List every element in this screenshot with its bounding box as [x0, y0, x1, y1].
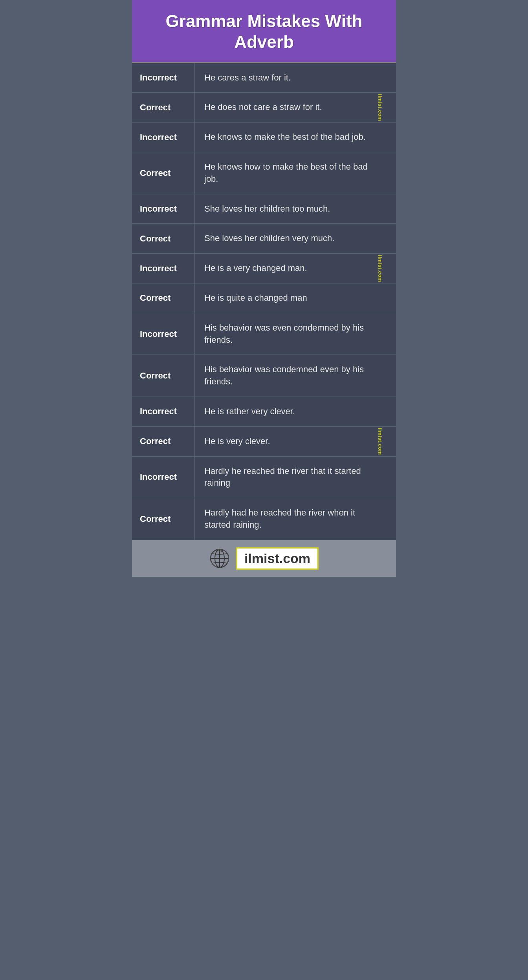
row-text: He is quite a changed man [204, 292, 307, 304]
row-text: She loves her children too much. [204, 203, 330, 215]
row-label: Incorrect [140, 132, 177, 143]
page-title: Grammar Mistakes With Adverb [140, 11, 388, 53]
row-text: His behavior was condemned even by his f… [204, 364, 376, 388]
table-row: IncorrectHardly he reached the river tha… [132, 457, 396, 499]
row-text: He knows to make the best of the bad job… [204, 131, 366, 143]
content-cell: He is a very changed man. [195, 254, 396, 283]
footer-box: ilmist.com [236, 547, 319, 570]
label-cell: Correct [132, 93, 195, 122]
row-text: She loves her children very much. [204, 232, 334, 245]
content-cell: Hardly had he reached the river when it … [195, 498, 396, 540]
row-label: Correct [140, 436, 170, 446]
content-cell: He cares a straw for it. [195, 63, 396, 93]
row-text: He is rather very clever. [204, 406, 295, 418]
label-cell: Correct [132, 283, 195, 313]
table-row: IncorrectHis behavior was even condemned… [132, 313, 396, 355]
row-text: He does not care a straw for it. [204, 101, 322, 113]
row-text: He is a very changed man. [204, 262, 307, 274]
row-label: Incorrect [140, 329, 177, 339]
label-cell: Incorrect [132, 397, 195, 426]
footer: www ilmist.com [132, 540, 396, 577]
label-cell: Correct [132, 498, 195, 540]
footer-website: ilmist.com [244, 551, 310, 566]
row-label: Incorrect [140, 73, 177, 83]
table-row: CorrectHe knows how to make the best of … [132, 152, 396, 194]
content-cell: He is very clever. [195, 427, 396, 456]
row-label: Correct [140, 293, 170, 303]
row-text: Hardly he reached the river that it star… [204, 465, 376, 490]
content-cell: He knows to make the best of the bad job… [195, 122, 396, 152]
label-cell: Incorrect [132, 122, 195, 152]
label-cell: Incorrect [132, 313, 195, 355]
content-cell: She loves her children very much. [195, 224, 396, 253]
table-row: CorrectShe loves her children very much. [132, 224, 396, 254]
content-cell: He is quite a changed man [195, 283, 396, 313]
table-row: ilmist.comIncorrectHe is a very changed … [132, 254, 396, 283]
row-label: Incorrect [140, 406, 177, 417]
watermark: ilmist.com [377, 428, 383, 455]
row-text: He cares a straw for it. [204, 72, 291, 84]
label-cell: Incorrect [132, 63, 195, 93]
content-cell: He knows how to make the best of the bad… [195, 152, 396, 194]
label-cell: Correct [132, 355, 195, 397]
table-row: ilmist.comCorrectHe is very clever. [132, 427, 396, 457]
content-cell: He does not care a straw for it. [195, 93, 396, 122]
label-cell: Incorrect [132, 194, 195, 224]
globe-icon: www [209, 548, 230, 569]
row-label: Correct [140, 371, 170, 381]
row-label: Incorrect [140, 204, 177, 214]
row-text: His behavior was even condemned by his f… [204, 322, 376, 346]
table-row: CorrectHe is quite a changed man [132, 283, 396, 313]
row-label: Incorrect [140, 472, 177, 482]
row-label: Correct [140, 102, 170, 113]
content-cell: She loves her children too much. [195, 194, 396, 224]
table-row: IncorrectHe knows to make the best of th… [132, 122, 396, 152]
label-cell: Correct [132, 152, 195, 194]
row-text: He knows how to make the best of the bad… [204, 161, 376, 185]
row-text: Hardly had he reached the river when it … [204, 507, 376, 531]
content-cell: Hardly he reached the river that it star… [195, 457, 396, 498]
table-container: IncorrectHe cares a straw for it.ilmist.… [132, 62, 396, 540]
row-label: Correct [140, 168, 170, 178]
label-cell: Incorrect [132, 254, 195, 283]
table-row: IncorrectHe cares a straw for it. [132, 63, 396, 93]
row-label: Correct [140, 234, 170, 244]
row-text: He is very clever. [204, 435, 270, 448]
watermark: ilmist.com [377, 255, 383, 282]
content-cell: His behavior was even condemned by his f… [195, 313, 396, 355]
table-row: IncorrectHe is rather very clever. [132, 397, 396, 427]
svg-text:www: www [216, 550, 223, 552]
content-cell: He is rather very clever. [195, 397, 396, 426]
table-row: CorrectHardly had he reached the river w… [132, 498, 396, 540]
row-label: Incorrect [140, 263, 177, 274]
label-cell: Incorrect [132, 457, 195, 498]
watermark: ilmist.com [377, 94, 383, 121]
table-row: CorrectHis behavior was condemned even b… [132, 355, 396, 397]
table-row: ilmist.comCorrectHe does not care a stra… [132, 93, 396, 122]
row-label: Correct [140, 514, 170, 524]
label-cell: Correct [132, 427, 195, 456]
table-row: IncorrectShe loves her children too much… [132, 194, 396, 224]
header: Grammar Mistakes With Adverb [132, 0, 396, 62]
content-cell: His behavior was condemned even by his f… [195, 355, 396, 397]
label-cell: Correct [132, 224, 195, 253]
